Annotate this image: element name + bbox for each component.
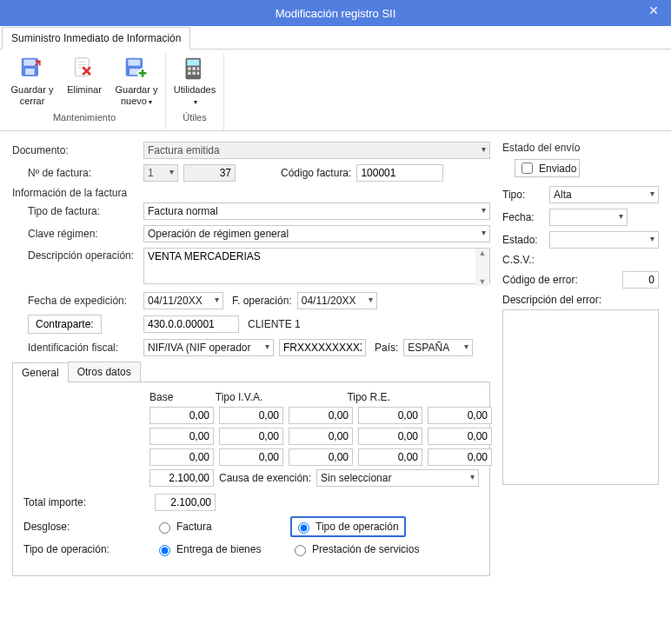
id-fiscal-tipo-select[interactable]: NIF/IVA (NIF operador bbox=[143, 339, 274, 356]
ribbon-tab-sii[interactable]: Suministro Inmediato de Información bbox=[2, 27, 190, 50]
svg-rect-8 bbox=[128, 60, 140, 66]
tipo-re-field[interactable] bbox=[358, 407, 422, 424]
tipo-re-field[interactable] bbox=[358, 448, 422, 466]
causa-exencion-select[interactable]: Sin seleccionar bbox=[316, 469, 479, 487]
tipo-op-label: Tipo de operación: bbox=[23, 543, 149, 555]
tab-general[interactable]: General bbox=[12, 362, 69, 382]
svg-rect-17 bbox=[192, 72, 196, 76]
titlebar: Modificación registro SII × bbox=[0, 0, 671, 26]
codfactura-label: Código factura: bbox=[281, 167, 351, 179]
nfactura-label: Nº de factura: bbox=[12, 167, 138, 179]
desc-op-label: Descripción operación: bbox=[12, 248, 138, 262]
id-fiscal-label: Identificación fiscal: bbox=[12, 342, 138, 354]
save-close-label: Guardar y cerrar bbox=[10, 84, 54, 109]
svg-rect-2 bbox=[25, 69, 35, 75]
enviado-checkbox[interactable]: Enviado bbox=[515, 159, 580, 177]
scroll-down-icon[interactable]: ▼ bbox=[479, 277, 487, 286]
fecha-op-label: F. operación: bbox=[232, 295, 292, 307]
base-field[interactable] bbox=[149, 428, 214, 445]
tipo-op-prestacion-radio[interactable]: Prestación de servicios bbox=[290, 542, 419, 556]
documento-select[interactable]: Factura emitida bbox=[143, 142, 490, 159]
desglose-label: Desglose: bbox=[23, 521, 149, 533]
tipo-re-field[interactable] bbox=[358, 428, 422, 445]
left-column: Documento: Factura emitida Nº de factura… bbox=[12, 142, 490, 637]
table-row-total: Causa de exención: Sin seleccionar bbox=[23, 469, 479, 487]
tipo-factura-label: Tipo de factura: bbox=[12, 205, 138, 217]
fecha-exp-label: Fecha de expedición: bbox=[12, 295, 138, 307]
disk-close-icon bbox=[18, 55, 46, 83]
svg-rect-12 bbox=[187, 60, 199, 66]
table-row bbox=[23, 407, 479, 424]
re-field[interactable] bbox=[428, 428, 492, 445]
iva-field[interactable] bbox=[289, 448, 353, 466]
ribbon-group-utiles: Utilidades▾ Útiles bbox=[166, 53, 224, 130]
desc-error-box[interactable] bbox=[502, 309, 659, 485]
ribbon-group-mantenimiento: Guardar y cerrar Eliminar Guardar y nuev… bbox=[3, 53, 166, 130]
window: Modificación registro SII × Suministro I… bbox=[0, 0, 671, 644]
contraparte-code-field[interactable] bbox=[143, 315, 239, 333]
pais-select[interactable]: ESPAÑA bbox=[403, 339, 473, 356]
subtabs: General Otros datos bbox=[12, 362, 490, 382]
tipo-iva-field[interactable] bbox=[219, 448, 283, 466]
ribbon-group-title-utiles: Útiles bbox=[183, 112, 207, 123]
total-importe-field[interactable] bbox=[155, 494, 216, 511]
nfactura-serie-select[interactable]: 1 bbox=[143, 164, 178, 182]
desc-op-textarea[interactable] bbox=[143, 248, 490, 284]
tipo-op-entrega-radio[interactable]: Entrega de bienes bbox=[155, 542, 285, 556]
desglose-tipo-op-radio[interactable]: Tipo de operación bbox=[290, 516, 406, 537]
contraparte-button[interactable]: Contraparte: bbox=[28, 315, 102, 334]
estado-tipo-select[interactable]: Alta bbox=[549, 186, 659, 203]
tab-panel-general: Base Tipo I.V.A. Tipo R.E. bbox=[12, 382, 490, 576]
save-new-label: Guardar y nuevo▾ bbox=[115, 84, 158, 109]
id-fiscal-num-field[interactable] bbox=[279, 339, 366, 356]
tipo-iva-field[interactable] bbox=[219, 407, 283, 424]
scroll-up-icon[interactable]: ▲ bbox=[479, 249, 487, 257]
base-field[interactable] bbox=[149, 407, 214, 424]
svg-rect-16 bbox=[188, 72, 191, 76]
desc-error-label: Descripción del error: bbox=[502, 294, 601, 306]
tipo-factura-select[interactable]: Factura normal bbox=[143, 202, 490, 220]
estado-fecha-field[interactable] bbox=[549, 209, 628, 226]
total-base-field[interactable] bbox=[149, 469, 214, 487]
estado-fecha-label: Fecha: bbox=[502, 211, 546, 223]
close-icon[interactable]: × bbox=[643, 2, 664, 20]
cod-error-field[interactable] bbox=[622, 271, 659, 289]
delete-label: Eliminar bbox=[67, 84, 102, 109]
save-new-button[interactable]: Guardar y nuevo▾ bbox=[115, 53, 158, 109]
fecha-op-field[interactable]: 04/11/20XX bbox=[297, 292, 377, 309]
utilities-label: Utilidades▾ bbox=[174, 84, 216, 109]
nfactura-num-field[interactable] bbox=[183, 164, 236, 182]
base-field[interactable] bbox=[149, 448, 214, 466]
cod-error-label: Código de error: bbox=[502, 274, 619, 286]
clave-regimen-select[interactable]: Operación de régimen general bbox=[143, 225, 490, 242]
estado-csv-label: C.S.V.: bbox=[502, 254, 535, 266]
tipo-iva-field[interactable] bbox=[219, 428, 283, 445]
save-close-button[interactable]: Guardar y cerrar bbox=[10, 53, 54, 109]
utilities-button[interactable]: Utilidades▾ bbox=[173, 53, 216, 109]
svg-rect-15 bbox=[197, 67, 200, 70]
clave-regimen-label: Clave régimen: bbox=[12, 228, 138, 240]
codfactura-field[interactable] bbox=[356, 164, 443, 182]
desglose-factura-radio[interactable]: Factura bbox=[155, 520, 285, 534]
pais-label: País: bbox=[375, 342, 398, 354]
contraparte-name: CLIENTE 1 bbox=[244, 318, 301, 330]
svg-rect-3 bbox=[76, 58, 90, 76]
window-title: Modificación registro SII bbox=[276, 7, 396, 20]
fecha-exp-field[interactable]: 04/11/20XX bbox=[143, 292, 223, 309]
estado-estado-select[interactable] bbox=[549, 231, 659, 249]
col-tipo-iva: Tipo I.V.A. bbox=[216, 391, 348, 403]
re-field[interactable] bbox=[428, 407, 492, 424]
iva-field[interactable] bbox=[289, 407, 353, 424]
re-field[interactable] bbox=[428, 448, 492, 466]
col-tipo-re: Tipo R.E. bbox=[347, 391, 479, 403]
documento-label: Documento: bbox=[12, 144, 138, 156]
calculator-icon bbox=[181, 55, 209, 83]
iva-field[interactable] bbox=[289, 428, 353, 445]
table-row bbox=[23, 428, 479, 445]
delete-button[interactable]: Eliminar bbox=[63, 53, 106, 109]
right-column: Estado del envío Enviado Tipo: Alta Fech… bbox=[502, 142, 659, 637]
svg-rect-13 bbox=[188, 67, 191, 70]
tab-otros-datos[interactable]: Otros datos bbox=[68, 362, 141, 382]
estado-tipo-label: Tipo: bbox=[502, 189, 546, 201]
table-row bbox=[23, 448, 479, 466]
